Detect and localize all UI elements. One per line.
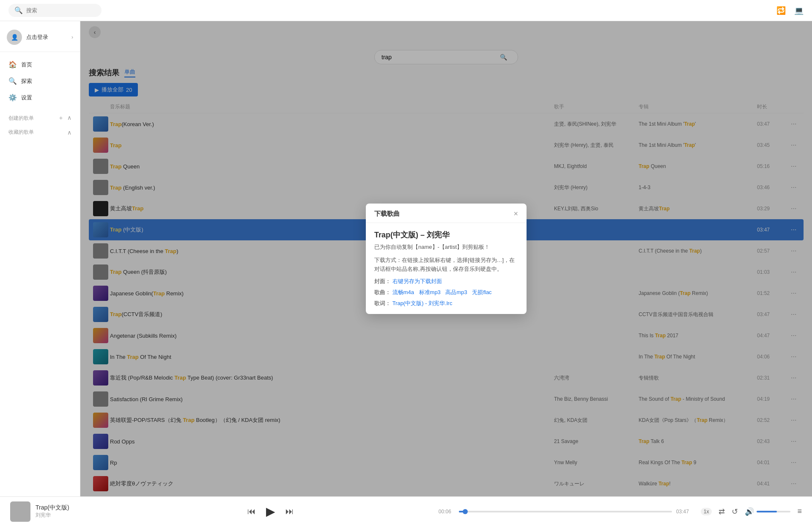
song-label: 歌曲： (374, 289, 391, 295)
progress-dot (463, 509, 468, 514)
home-icon: 🏠 (8, 61, 17, 69)
header-search-input[interactable] (26, 7, 94, 14)
song-link-m4a[interactable]: 流畅m4a (392, 289, 414, 295)
lyric-download-link[interactable]: Trap(中文版) - 刘宪华.lrc (392, 300, 453, 306)
modal-cover-row: 封面： 右键另存为下载封面 (374, 278, 518, 285)
player-artist: 刘宪华 (36, 512, 69, 519)
player-right: 1x ⇄ ↺ 🔊 ≡ (701, 507, 802, 516)
cover-download-link[interactable]: 右键另存为下载封面 (392, 278, 442, 284)
loop-icon[interactable]: ↺ (732, 507, 738, 516)
sidebar-item-settings-label: 设置 (21, 94, 32, 102)
current-time: 00:06 (439, 509, 455, 515)
repeat-icon[interactable]: 🔁 (776, 6, 786, 15)
speed-button[interactable]: 1x (701, 508, 712, 515)
player-progress: 00:06 03:47 (439, 509, 692, 515)
modal-close-button[interactable]: × (513, 209, 518, 218)
chevron-right-icon: › (71, 34, 73, 40)
player-controls: ⏮ ▶ ⏭ (112, 504, 430, 518)
collected-playlists-header: 收藏的歌单 ∧ (0, 124, 80, 138)
sidebar-nav: 🏠 首页 🔍 探索 ⚙️ 设置 (0, 52, 80, 110)
created-playlists-label: 创建的歌单 (8, 115, 58, 122)
next-button[interactable]: ⏭ (285, 507, 294, 516)
explore-icon: 🔍 (8, 77, 17, 85)
lyric-label: 歌词： (374, 300, 391, 306)
player-track: Trap(中文版) 刘宪华 (10, 501, 103, 522)
player-title: Trap(中文版) (36, 504, 69, 512)
app-header: 🔍 🔁 💻 (0, 0, 812, 21)
prev-button[interactable]: ⏮ (247, 507, 256, 516)
settings-icon: ⚙️ (8, 94, 17, 102)
collapse-collected-icon[interactable]: ∧ (67, 129, 71, 136)
player-info: Trap(中文版) 刘宪华 (36, 504, 69, 519)
modal-clipboard-msg: 已为你自动复制【name】-【artist】到剪贴板！ (374, 243, 518, 251)
song-link-flac[interactable]: 无损flac (472, 289, 491, 295)
modal-instruction: 下载方式：在链接上按鼠标右键，选择[链接另存为…]，在对话框中站品名称,再按确认… (374, 256, 518, 274)
modal-header: 下载歌曲 × (366, 204, 527, 223)
total-time: 03:47 (676, 509, 692, 515)
add-playlist-icon[interactable]: ＋ (58, 114, 64, 122)
download-modal: 下载歌曲 × Trap(中文版) – 刘宪华 已为你自动复制【name】-【ar… (366, 204, 527, 314)
collected-playlists-label: 收藏的歌单 (8, 129, 67, 136)
modal-song-title: Trap(中文版) – 刘宪华 (374, 230, 518, 240)
volume-bar[interactable] (757, 511, 790, 512)
sidebar-item-explore[interactable]: 🔍 探索 (0, 73, 80, 89)
modal-overlay[interactable]: 下载歌曲 × Trap(中文版) – 刘宪华 已为你自动复制【name】-【ar… (80, 21, 812, 496)
play-pause-button[interactable]: ▶ (266, 504, 275, 518)
cover-label: 封面： (374, 278, 391, 284)
desktop-icon[interactable]: 💻 (794, 6, 804, 15)
search-icon: 🔍 (14, 6, 23, 14)
modal-title: 下载歌曲 (374, 210, 400, 218)
sidebar-item-explore-label: 探索 (21, 77, 32, 85)
sidebar: 👤 点击登录 › 🏠 首页 🔍 探索 ⚙️ 设置 创建的歌单 ＋ ∧ (0, 21, 80, 496)
playlist-icon[interactable]: ≡ (797, 507, 802, 516)
progress-bar[interactable] (459, 511, 672, 512)
progress-fill (459, 511, 465, 512)
song-link-mp3-hq[interactable]: 高品mp3 (445, 289, 467, 295)
sidebar-item-home-label: 首页 (21, 61, 32, 69)
modal-lyric-row: 歌词： Trap(中文版) - 刘宪华.lrc (374, 300, 518, 307)
player-cover (10, 501, 30, 522)
song-link-mp3-std[interactable]: 标准mp3 (419, 289, 441, 295)
modal-song-row: 歌曲： 流畅m4a 标准mp3 高品mp3 无损flac (374, 289, 518, 296)
sidebar-user[interactable]: 👤 点击登录 › (0, 25, 80, 52)
sidebar-item-settings[interactable]: ⚙️ 设置 (0, 89, 80, 106)
content-area: ‹ trap 🔍 搜索结果 单曲 ▶ 播放全部 20 音乐标题 (80, 21, 812, 496)
volume-icon[interactable]: 🔊 (745, 507, 754, 516)
created-playlists-header: 创建的歌单 ＋ ∧ (0, 110, 80, 124)
created-playlists-actions: ＋ ∧ (58, 114, 71, 122)
shuffle-icon[interactable]: ⇄ (719, 507, 725, 516)
username-label: 点击登录 (26, 33, 48, 41)
header-search-bar[interactable]: 🔍 (8, 4, 102, 17)
volume-fill (757, 511, 777, 512)
header-icons: 🔁 💻 (776, 6, 804, 15)
main-layout: 👤 点击登录 › 🏠 首页 🔍 探索 ⚙️ 设置 创建的歌单 ＋ ∧ (0, 21, 812, 496)
collapse-created-icon[interactable]: ∧ (67, 114, 71, 122)
avatar: 👤 (7, 30, 22, 45)
player-bar: Trap(中文版) 刘宪华 ⏮ ▶ ⏭ 00:06 03:47 1x ⇄ ↺ 🔊… (0, 496, 812, 526)
sidebar-item-home[interactable]: 🏠 首页 (0, 56, 80, 73)
modal-body: Trap(中文版) – 刘宪华 已为你自动复制【name】-【artist】到剪… (366, 223, 527, 314)
volume-control: 🔊 (745, 507, 790, 516)
collected-playlists-actions: ∧ (67, 129, 71, 136)
